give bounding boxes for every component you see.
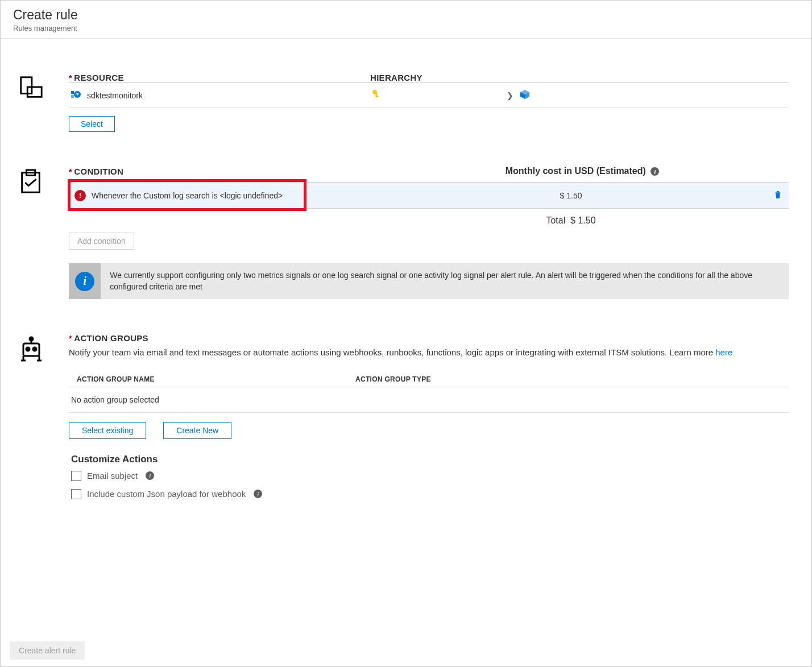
section-condition: * CONDITION Monthly cost in USD (Estimat… [12,166,800,299]
action-groups-description: Notify your team via email and text mess… [69,346,789,359]
hierarchy-label: HIERARCHY [370,73,422,82]
required-asterisk: * [69,334,74,343]
json-payload-label: Include custom Json payload for webhook [87,489,246,499]
chevron-right-icon: ❯ [507,91,513,100]
svg-rect-8 [376,96,379,97]
resource-row[interactable]: sdktestmonitork ❯ [69,83,789,108]
resource-cube-icon [519,89,531,102]
breadcrumb: Rules management [13,24,799,32]
delete-icon[interactable] [773,192,783,201]
info-icon[interactable]: i [254,490,262,498]
cost-header: Monthly cost in USD (Estimated) [506,166,646,176]
info-icon[interactable]: i [651,167,659,176]
create-alert-rule-button: Create alert rule [10,641,85,660]
col-action-group-type: ACTION GROUP TYPE [355,375,431,383]
total-value: $ 1.50 [570,216,595,225]
condition-label: CONDITION [74,167,123,176]
customize-actions-header: Customize Actions [71,454,789,465]
email-subject-label: Email subject [87,471,138,480]
condition-cost: $ 1.50 [560,191,582,200]
svg-rect-4 [71,95,74,98]
svg-rect-1 [27,87,42,97]
svg-point-16 [26,347,30,351]
svg-rect-11 [777,194,778,197]
info-banner-text: We currently support configuring only tw… [101,263,789,299]
page-title: Create rule [13,7,799,23]
footer: Create alert rule [1,635,94,666]
svg-point-13 [30,337,33,341]
condition-text: Whenever the Custom log search is <logic… [92,191,283,200]
required-asterisk: * [69,73,74,82]
select-existing-button[interactable]: Select existing [69,422,146,439]
section-action-groups: * ACTION GROUPS Notify your team via ema… [12,333,800,507]
workspace-icon [70,90,81,101]
clipboard-icon [18,187,44,196]
action-groups-label: ACTION GROUPS [74,333,148,343]
create-new-button[interactable]: Create New [163,422,231,439]
info-banner: i We currently support configuring only … [69,263,789,299]
col-action-group-name: ACTION GROUP NAME [77,375,355,383]
key-icon [371,89,382,102]
svg-rect-3 [71,91,74,94]
page-header: Create rule Rules management [1,1,811,39]
svg-point-17 [33,347,36,351]
svg-rect-0 [21,77,32,94]
section-resource: * RESOURCE HIERARCHY sdktestmonitork [12,73,800,132]
learn-more-link[interactable]: here [715,347,732,357]
resource-icon [18,94,44,103]
select-resource-button[interactable]: Select [69,116,115,132]
json-payload-checkbox[interactable] [71,489,81,499]
action-group-empty: No action group selected [69,387,789,413]
info-icon[interactable]: i [146,471,154,480]
condition-row[interactable]: ! Whenever the Custom log search is <log… [69,182,789,209]
info-icon: i [75,272,94,291]
alert-icon: ! [74,190,86,201]
robot-icon [18,355,45,364]
required-asterisk: * [69,167,74,176]
svg-rect-12 [778,194,778,197]
total-label: Total [546,216,565,225]
resource-name: sdktestmonitork [87,91,143,100]
resource-label: RESOURCE [74,73,123,82]
email-subject-checkbox[interactable] [71,471,81,481]
add-condition-button: Add condition [69,233,134,250]
